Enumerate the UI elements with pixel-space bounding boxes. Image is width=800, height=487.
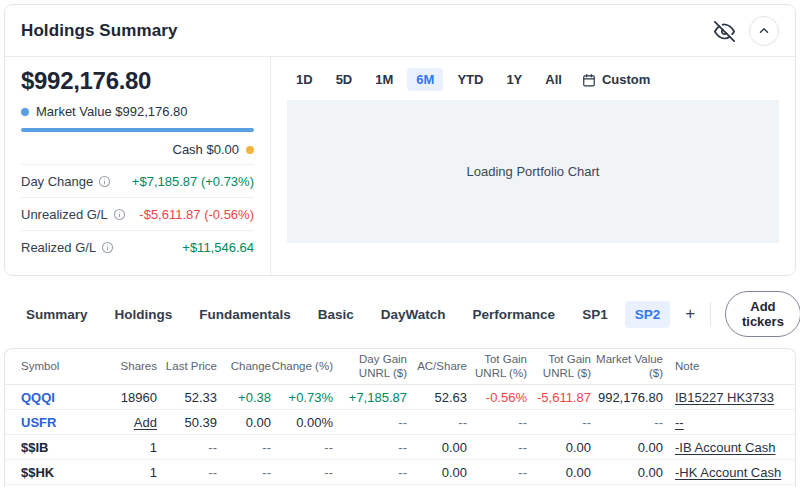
col-change[interactable]: Change: [217, 360, 271, 374]
add-tab-button[interactable]: +: [677, 302, 703, 326]
last-price-cell: --: [157, 465, 217, 480]
market-value-legend-label: Market Value $992,176.80: [36, 104, 188, 119]
add-tickers-button[interactable]: Add tickers: [725, 291, 800, 337]
change-cell: 0.00: [217, 415, 271, 430]
symbol-label: $$IB: [21, 440, 48, 455]
info-icon[interactable]: [113, 208, 126, 221]
market-value-cell: 0.00: [591, 440, 663, 455]
tot-gain-cell: 0.00: [527, 465, 591, 480]
col-last-price[interactable]: Last Price: [157, 360, 217, 374]
summary-panel: $992,176.80 Market Value $992,176.80 Cas…: [5, 57, 271, 275]
col-change-pct[interactable]: Change (%): [271, 360, 333, 374]
note-link[interactable]: -IB Account Cash: [675, 440, 775, 455]
holdings-table: Symbol Shares Last Price Change Change (…: [4, 348, 796, 487]
col-tot-gain[interactable]: Tot GainUNRL ($): [527, 353, 591, 380]
holdings-summary-card: Holdings Summary $992,176.80 Market Valu…: [4, 4, 796, 276]
divider: [710, 302, 711, 326]
note-link[interactable]: --: [675, 415, 684, 430]
col-market-value[interactable]: Market Value($): [591, 353, 663, 380]
allocation-bar: [21, 128, 254, 132]
chart-panel: 1D 5D 1M 6M YTD 1Y All Custom Loading Po…: [271, 57, 795, 275]
tab-sp1[interactable]: SP1: [572, 301, 618, 328]
stat-row-day-change: Day Change +$7,185.87 (+0.73%): [21, 164, 254, 197]
market-value-cell: 0.00: [591, 465, 663, 480]
day-change-value: +$7,185.87 (+0.73%): [132, 174, 254, 189]
ac-share-cell: 0.00: [407, 440, 467, 455]
symbol-label: $$HK: [21, 465, 54, 480]
change-cell: --: [217, 465, 271, 480]
stat-label: Day Change: [21, 174, 111, 189]
range-tab-1m[interactable]: 1M: [366, 68, 402, 91]
col-ac-share[interactable]: AC/Share: [407, 360, 467, 374]
realized-gl-label: Realized G/L: [21, 240, 96, 255]
range-tab-1d[interactable]: 1D: [287, 68, 322, 91]
header-actions: [714, 16, 779, 46]
change-pct-cell: 0.00%: [271, 415, 333, 430]
tab-performance[interactable]: Performance: [463, 301, 566, 328]
tot-gain-cell: 0.00: [527, 440, 591, 455]
market-value-dot: [21, 108, 29, 116]
change-cell: --: [217, 440, 271, 455]
col-day-gain[interactable]: Day GainUNRL ($): [333, 353, 407, 380]
col-note[interactable]: Note: [663, 360, 779, 374]
range-tab-all[interactable]: All: [536, 68, 571, 91]
col-shares[interactable]: Shares: [109, 360, 157, 374]
info-icon[interactable]: [101, 241, 114, 254]
shares-cell: 18960: [109, 390, 157, 405]
symbol-link[interactable]: QQQI: [21, 390, 55, 405]
tab-summary[interactable]: Summary: [16, 301, 98, 328]
custom-range-label: Custom: [602, 72, 650, 87]
change-pct-cell: --: [271, 465, 333, 480]
chevron-up-icon: [757, 24, 771, 38]
realized-gl-value: +$11,546.64: [182, 240, 254, 255]
symbol-link[interactable]: USFR: [21, 415, 56, 430]
tab-fundamentals[interactable]: Fundamentals: [189, 301, 301, 328]
tab-basic[interactable]: Basic: [308, 301, 364, 328]
col-symbol[interactable]: Symbol: [21, 360, 109, 374]
add-shares-link[interactable]: Add: [134, 415, 157, 430]
unrealized-gl-value: -$5,611.87 (-0.56%): [139, 207, 254, 222]
range-tab-6m[interactable]: 6M: [407, 68, 443, 91]
range-tab-1y[interactable]: 1Y: [497, 68, 531, 91]
tab-holdings[interactable]: Holdings: [105, 301, 183, 328]
note-link[interactable]: IB15227 HK3733: [675, 390, 774, 405]
info-icon[interactable]: [98, 175, 111, 188]
cash-dot: [246, 146, 254, 154]
page-title: Holdings Summary: [21, 21, 178, 41]
ac-share-cell: 52.63: [407, 390, 467, 405]
tot-gain-pct-cell: --: [467, 415, 527, 430]
tot-gain-pct-cell: --: [467, 440, 527, 455]
table-row: USFR Add 50.39 0.00 0.00% -- -- -- -- --…: [5, 410, 795, 435]
cash-legend: Cash $0.00: [21, 137, 254, 164]
tot-gain-cell: --: [527, 415, 591, 430]
cash-legend-label: Cash $0.00: [173, 142, 240, 157]
last-price-cell: --: [157, 440, 217, 455]
note-link[interactable]: -HK Account Cash: [675, 465, 781, 480]
tot-gain-pct-cell: -0.56%: [467, 390, 527, 405]
portfolio-chart-placeholder: Loading Portfolio Chart: [287, 100, 779, 243]
change-pct-cell: --: [271, 440, 333, 455]
hide-balances-button[interactable]: [714, 21, 735, 42]
tab-sp2[interactable]: SP2: [625, 301, 671, 328]
stat-row-unrealized-gl: Unrealized G/L -$5,611.87 (-0.56%): [21, 197, 254, 230]
range-tab-ytd[interactable]: YTD: [448, 68, 492, 91]
range-tab-custom[interactable]: Custom: [576, 68, 656, 91]
day-gain-cell: +7,185.87: [333, 390, 407, 405]
table-row: $$HK 1 -- -- -- -- 0.00 -- 0.00 0.00 -HK…: [5, 460, 795, 485]
market-value-cell: 992,176.80: [591, 390, 663, 405]
unrealized-gl-label: Unrealized G/L: [21, 207, 108, 222]
tot-gain-pct-cell: --: [467, 465, 527, 480]
day-gain-cell: --: [333, 465, 407, 480]
table-row: QQQI 18960 52.33 +0.38 +0.73% +7,185.87 …: [5, 385, 795, 410]
range-tab-5d[interactable]: 5D: [327, 68, 362, 91]
day-change-label: Day Change: [21, 174, 93, 189]
chart-loading-text: Loading Portfolio Chart: [467, 164, 600, 179]
change-pct-cell: +0.73%: [271, 390, 333, 405]
collapse-panel-button[interactable]: [749, 16, 779, 46]
change-cell: +0.38: [217, 390, 271, 405]
calendar-icon: [582, 73, 596, 87]
table-row: $$IB 1 -- -- -- -- 0.00 -- 0.00 0.00 -IB…: [5, 435, 795, 460]
market-value-legend: Market Value $992,176.80: [21, 104, 254, 119]
col-tot-gain-pct[interactable]: Tot GainUNRL (%): [467, 353, 527, 380]
tab-daywatch[interactable]: DayWatch: [371, 301, 456, 328]
